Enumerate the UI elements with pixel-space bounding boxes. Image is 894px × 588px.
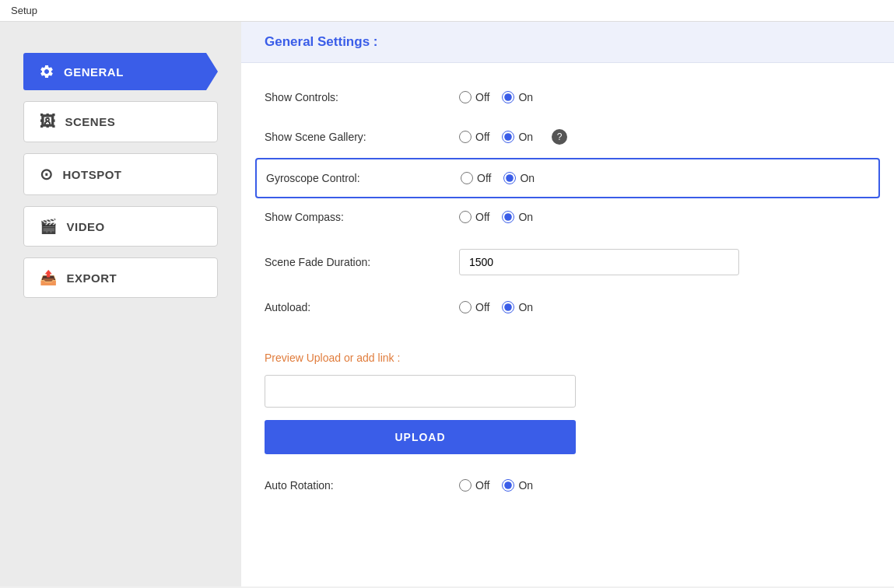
gyroscope-control-off-radio[interactable] [461, 172, 473, 184]
auto-rotation-label: Auto Rotation: [265, 479, 459, 492]
export-icon: 📤 [40, 269, 58, 286]
gyroscope-control-on-radio[interactable] [503, 172, 516, 184]
sidebar-item-video[interactable]: 🎬 VIDEO [23, 206, 218, 247]
show-controls-on-radio[interactable] [502, 91, 514, 103]
show-controls-row: Show Controls: Off On [265, 79, 871, 117]
sidebar-general-label: GENERAL [64, 65, 124, 79]
title-bar: Setup [0, 0, 894, 22]
sidebar-video-label: VIDEO [67, 220, 105, 233]
gyroscope-control-radio-group: Off On [461, 172, 535, 184]
sidebar-export-label: EXPORT [67, 271, 117, 285]
autoload-off-label: Off [475, 301, 489, 313]
show-scene-gallery-radio-group: Off On ? [459, 129, 567, 145]
sidebar-item-scenes[interactable]: 🖼 SCENES [23, 101, 218, 142]
sidebar-scenes-label: SCENES [65, 115, 116, 128]
show-scene-gallery-label: Show Scene Gallery: [265, 131, 459, 143]
auto-rotation-radio-group: Off On [459, 479, 533, 492]
scene-fade-duration-input[interactable] [459, 249, 739, 275]
show-compass-off-option[interactable]: Off [459, 211, 489, 223]
main-content: General Settings : Show Controls: Off On [241, 22, 894, 586]
autoload-off-radio[interactable] [459, 301, 472, 313]
autoload-label: Autoload: [265, 301, 459, 313]
show-scene-gallery-off-radio[interactable] [459, 131, 472, 143]
sidebar: GENERAL 🖼 SCENES ⊙ HOTSPOT 🎬 VIDEO 📤 EXP… [0, 22, 241, 586]
sidebar-hotspot-label: HOTSPOT [63, 168, 122, 181]
auto-rotation-off-label: Off [475, 479, 489, 492]
auto-rotation-off-option[interactable]: Off [459, 479, 489, 492]
autoload-radio-group: Off On [459, 301, 533, 313]
autoload-off-option[interactable]: Off [459, 301, 489, 313]
show-scene-gallery-on-option[interactable]: On [502, 131, 533, 143]
show-compass-on-option[interactable]: On [502, 211, 533, 223]
show-scene-gallery-help-icon[interactable]: ? [552, 129, 567, 145]
section-header: General Settings : [241, 22, 894, 63]
section-title: General Settings : [265, 34, 377, 49]
show-controls-off-radio[interactable] [459, 91, 472, 103]
app-title: Setup [11, 5, 37, 16]
show-compass-off-label: Off [475, 211, 489, 223]
show-compass-on-radio[interactable] [502, 211, 514, 223]
autoload-row: Autoload: Off On [265, 289, 871, 327]
sidebar-item-export[interactable]: 📤 EXPORT [23, 257, 218, 298]
sidebar-item-hotspot[interactable]: ⊙ HOTSPOT [23, 153, 218, 195]
gyroscope-control-on-label: On [520, 172, 535, 184]
preview-upload-input[interactable] [265, 375, 576, 408]
show-scene-gallery-on-label: On [518, 131, 533, 143]
main-layout: GENERAL 🖼 SCENES ⊙ HOTSPOT 🎬 VIDEO 📤 EXP… [0, 22, 894, 586]
auto-rotation-row: Auto Rotation: Off On [265, 467, 871, 505]
auto-rotation-on-radio[interactable] [502, 479, 514, 492]
autoload-on-radio[interactable] [502, 301, 514, 313]
show-compass-row: Show Compass: Off On [265, 198, 871, 236]
video-icon: 🎬 [40, 218, 58, 235]
auto-rotation-off-radio[interactable] [459, 479, 472, 492]
show-compass-radio-group: Off On [459, 211, 533, 223]
show-controls-on-option[interactable]: On [502, 91, 533, 103]
show-controls-off-option[interactable]: Off [459, 91, 489, 103]
auto-rotation-on-option[interactable]: On [502, 479, 533, 492]
preview-upload-row: Preview Upload or add link : UPLOAD [265, 327, 871, 467]
preview-upload-label: Preview Upload or add link : [265, 352, 400, 364]
show-controls-radio-group: Off On [459, 91, 533, 103]
gyroscope-control-off-option[interactable]: Off [461, 172, 491, 184]
image-icon: 🖼 [40, 113, 56, 131]
sidebar-item-general[interactable]: GENERAL [23, 53, 218, 90]
upload-button[interactable]: UPLOAD [265, 420, 576, 454]
scene-fade-duration-label: Scene Fade Duration: [265, 256, 459, 268]
settings-area: Show Controls: Off On Show Scene Gallery… [241, 63, 894, 520]
show-scene-gallery-off-label: Off [475, 131, 489, 143]
show-scene-gallery-off-option[interactable]: Off [459, 131, 489, 143]
show-compass-on-label: On [518, 211, 533, 223]
gyroscope-control-on-option[interactable]: On [503, 172, 535, 184]
show-compass-off-radio[interactable] [459, 211, 472, 223]
gear-icon [39, 64, 54, 79]
auto-rotation-on-label: On [518, 479, 533, 492]
gyroscope-control-row: Gyroscope Control: Off On [255, 158, 880, 198]
gyroscope-control-off-label: Off [477, 172, 491, 184]
autoload-on-option[interactable]: On [502, 301, 533, 313]
target-icon: ⊙ [40, 165, 54, 184]
show-controls-on-label: On [518, 91, 533, 103]
show-compass-label: Show Compass: [265, 211, 459, 223]
show-scene-gallery-row: Show Scene Gallery: Off On ? [265, 117, 871, 158]
scene-fade-duration-row: Scene Fade Duration: [265, 236, 871, 289]
show-scene-gallery-on-radio[interactable] [502, 131, 514, 143]
show-controls-label: Show Controls: [265, 91, 459, 103]
show-controls-off-label: Off [475, 91, 489, 103]
autoload-on-label: On [518, 301, 533, 313]
gyroscope-control-label: Gyroscope Control: [266, 172, 461, 184]
